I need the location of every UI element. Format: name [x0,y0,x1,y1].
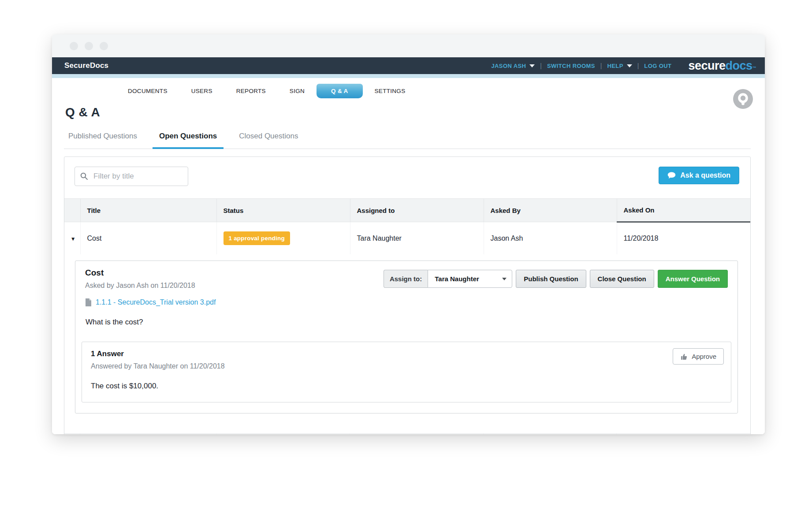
window-control-dot[interactable] [70,42,78,50]
assign-to-label: Assign to: [384,270,428,288]
help-menu[interactable]: HELP [607,63,632,69]
table-cell-empty [216,434,350,434]
chevron-down-icon [529,64,535,67]
tab-documents[interactable]: DOCUMENTS [116,84,179,98]
questions-panel: Ask a question Title Status Assigned to … [64,156,751,434]
filter-box [74,167,188,186]
column-header-title[interactable]: Title [80,199,216,222]
nav-separator: | [600,62,602,69]
ask-a-question-button[interactable]: Ask a question [659,167,739,184]
column-header-asked-on[interactable]: Asked On [617,199,750,222]
column-header-status[interactable]: Status [216,199,350,222]
table-cell-empty [484,434,617,434]
primary-nav-tabs: DOCUMENTS USERS REPORTS SIGN Q & A SETTI… [116,84,751,98]
chevron-down-icon [627,64,632,67]
nav-separator: | [637,62,639,69]
questions-table: Title Status Assigned to Asked By Asked … [64,198,750,254]
ask-a-question-label: Ask a question [680,171,730,179]
accent-strip [52,74,765,78]
table-header-row: Title Status Assigned to Asked By Asked … [64,199,750,222]
table-row[interactable]: ▼ Cost 1 approval pending Tara Naughter … [64,222,750,255]
assign-to-value: Tara Naughter [435,275,479,283]
assign-to-select[interactable]: Tara Naughter [428,270,512,288]
answer-body: The cost is $10,000. [91,382,722,391]
filter-by-title-input[interactable] [74,167,188,186]
question-detail-card: Cost Asked by Jason Ash on 11/20/2018 1.… [75,261,738,413]
tab-settings[interactable]: SETTINGS [363,84,417,98]
table-cell-empty [350,434,484,434]
chevron-down-icon [502,278,507,280]
logo-trademark: ™ [752,66,756,70]
attachment-link[interactable]: 1.1.1 - SecureDocs_Trial version 3.pdf [96,298,216,306]
page-title: Q & A [65,105,751,119]
app-window: SecureDocs JASON ASH | SWITCH ROOMS | HE… [52,34,765,434]
cell-title: Cost [80,222,216,255]
answer-count: 1 Answer [91,350,722,358]
expand-column-header [64,199,80,222]
cell-assigned-to: Tara Naughter [350,222,484,255]
attachment-row: 1.1.1 - SecureDocs_Trial version 3.pdf [85,298,216,306]
subtab-closed-questions[interactable]: Closed Questions [232,132,305,149]
assign-to-group: Assign to: Tara Naughter [384,270,512,288]
switch-rooms-link[interactable]: SWITCH ROOMS [547,63,595,69]
brand-text[interactable]: SecureDocs [64,61,108,70]
cell-asked-by: Jason Ash [484,222,617,255]
window-control-dot[interactable] [85,42,93,50]
tab-users[interactable]: USERS [179,84,224,98]
column-header-asked-by[interactable]: Asked By [484,199,617,222]
main-content: DOCUMENTS USERS REPORTS SIGN Q & A SETTI… [52,78,765,434]
tab-sign[interactable]: SIGN [278,84,317,98]
question-body: What is the cost? [86,318,728,327]
cell-asked-on: 11/20/2018 [617,222,750,255]
securedocs-logo: securedocs™ [688,60,756,72]
search-icon [80,172,88,180]
nav-separator: | [540,62,542,69]
top-navbar: SecureDocs JASON ASH | SWITCH ROOMS | HE… [52,57,765,74]
qa-sub-tabs: Published Questions Open Questions Close… [64,132,751,149]
browser-titlebar [52,34,765,57]
question-byline: Asked by Jason Ash on 11/20/2018 [85,282,216,290]
table-cell-empty [80,434,216,434]
speech-bubble-icon [667,172,676,179]
column-header-assigned-to[interactable]: Assigned to [350,199,484,222]
thumbs-up-icon [680,353,688,360]
close-question-button[interactable]: Close Question [590,270,654,288]
status-badge: 1 approval pending [223,231,290,245]
tab-qa[interactable]: Q & A [317,84,363,98]
document-icon [85,298,92,306]
question-meta: Cost Asked by Jason Ash on 11/20/2018 1.… [85,268,216,306]
approve-label: Approve [692,353,716,360]
user-menu[interactable]: JASON ASH [491,63,535,69]
questions-toolbar: Ask a question [64,157,750,198]
table-cell-empty [64,434,80,434]
answer-byline: Answered by Tara Naughter on 11/20/2018 [91,362,722,370]
answer-question-button[interactable]: Answer Question [658,270,728,288]
navbar-right: JASON ASH | SWITCH ROOMS | HELP | LOG OU… [491,60,756,72]
question-detail-header: Cost Asked by Jason Ash on 11/20/2018 1.… [85,268,728,306]
collapse-row-icon[interactable]: ▼ [71,236,76,242]
log-out-link[interactable]: LOG OUT [644,63,671,69]
publish-question-button[interactable]: Publish Question [516,270,586,288]
subtab-published-questions[interactable]: Published Questions [64,132,144,149]
next-table-row-clipped [64,433,750,434]
logo-docs-text: docs [725,60,752,72]
window-control-dot[interactable] [100,42,108,50]
answer-panel: 1 Answer Answered by Tara Naughter on 11… [82,342,731,402]
logo-secure-text: secure [688,60,725,72]
approve-button[interactable]: Approve [673,348,724,365]
subtab-open-questions[interactable]: Open Questions [153,132,223,149]
help-menu-label: HELP [607,63,623,69]
user-menu-label: JASON ASH [491,63,526,69]
tab-reports[interactable]: REPORTS [224,84,278,98]
table-cell-empty [617,434,750,434]
question-title: Cost [85,268,216,278]
help-avatar-icon[interactable] [733,89,753,109]
question-actions: Assign to: Tara Naughter Publish Questio… [384,270,728,288]
